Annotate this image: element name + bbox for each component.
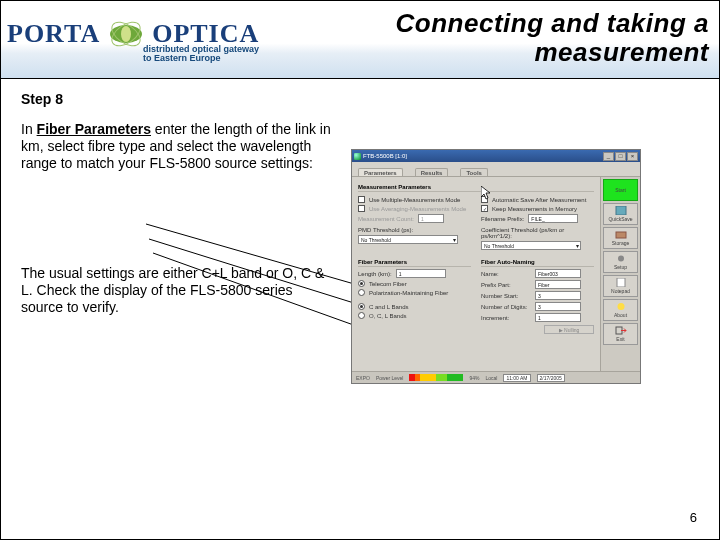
- status-power-label: Power Level: [376, 375, 404, 381]
- briefcase-icon: [615, 230, 627, 239]
- maximize-button[interactable]: □: [615, 152, 626, 161]
- button-nulling[interactable]: ▶ Nulling: [544, 325, 594, 334]
- page-number: 6: [690, 510, 697, 525]
- section-measurement-params: Measurement Parameters: [358, 184, 594, 192]
- field-length[interactable]: 1: [396, 269, 446, 278]
- slide-title: Connecting and taking a measurement: [396, 9, 709, 67]
- instruction-paragraph-1: In Fiber Parameters enter the length of …: [21, 121, 331, 171]
- status-expo: EXPO: [356, 375, 370, 381]
- sidebar-about-button[interactable]: About: [603, 299, 638, 321]
- sidebar-setup-button[interactable]: Setup: [603, 251, 638, 273]
- tab-parameters[interactable]: Parameters: [358, 168, 403, 176]
- sidebar-start-button[interactable]: Start: [603, 179, 638, 201]
- sidebar-quicksave-button[interactable]: QuickSave: [603, 203, 638, 225]
- status-power-pct: 94%: [469, 375, 479, 381]
- app-window: FTB-5500B [1:0] _ □ × Parameters Results…: [351, 149, 641, 384]
- label-pmd-threshold: PMD Threshold (ps):: [358, 227, 413, 233]
- svg-rect-7: [616, 206, 626, 215]
- power-meter: [409, 374, 463, 381]
- svg-point-9: [618, 256, 624, 262]
- svg-rect-8: [616, 232, 626, 238]
- label-ocl-bands: O, C, L Bands: [369, 313, 406, 319]
- step-label: Step 8: [21, 91, 699, 107]
- label-pm-fiber: Polarization-Maintaining Fiber: [369, 290, 448, 296]
- label-prefix: Prefix Part:: [481, 282, 531, 288]
- checkbox-keep-memory[interactable]: ✓: [481, 205, 488, 212]
- radio-cl-bands[interactable]: [358, 303, 365, 310]
- minimize-button[interactable]: _: [603, 152, 614, 161]
- logo-text-a: PORTA: [7, 19, 100, 48]
- label-cl-bands: C and L Bands: [369, 304, 408, 310]
- label-meas-count: Measurement Count:: [358, 216, 414, 222]
- field-name[interactable]: Fiber003: [535, 269, 581, 278]
- status-date: 2/17/2005: [537, 374, 565, 382]
- status-local: Local: [485, 375, 497, 381]
- svg-point-11: [617, 303, 624, 310]
- radio-telecom-fiber[interactable]: [358, 280, 365, 287]
- app-status-bar: EXPO Power Level 94% Local 11:00 AM 2/17…: [352, 371, 640, 383]
- app-tabs: Parameters Results Tools: [352, 164, 640, 177]
- dropdown-coeff-threshold[interactable]: No Threshold: [481, 241, 581, 250]
- section-fiber-params: Fiber Parameters: [358, 259, 471, 267]
- info-icon: [615, 302, 627, 311]
- label-averaging: Use Averaging-Measurements Mode: [369, 206, 466, 212]
- cursor-icon: [481, 186, 491, 200]
- tab-results[interactable]: Results: [415, 168, 449, 176]
- label-coeff-threshold: Coefficient Threshold (ps/km or ps/km^1/…: [481, 227, 594, 239]
- label-increment: Increment:: [481, 315, 531, 321]
- tab-tools[interactable]: Tools: [460, 168, 488, 176]
- checkbox-multi-mode[interactable]: [358, 196, 365, 203]
- field-filename-prefix[interactable]: FILE_: [528, 214, 578, 223]
- label-multi-mode: Use Multiple-Measurements Mode: [369, 197, 460, 203]
- field-meas-count[interactable]: 1: [418, 214, 444, 223]
- app-icon: [354, 153, 361, 160]
- sidebar-notepad-button[interactable]: Notepad: [603, 275, 638, 297]
- app-title: FTB-5500B [1:0]: [363, 153, 407, 159]
- floppy-icon: [615, 206, 627, 215]
- sidebar-exit-button[interactable]: Exit: [603, 323, 638, 345]
- status-time: 11:00 AM: [503, 374, 530, 382]
- label-name: Name:: [481, 271, 531, 277]
- svg-point-3: [121, 26, 131, 42]
- app-title-bar: FTB-5500B [1:0] _ □ ×: [352, 150, 640, 162]
- dropdown-pmd-threshold[interactable]: No Threshold: [358, 235, 458, 244]
- checkbox-averaging[interactable]: [358, 205, 365, 212]
- close-button[interactable]: ×: [627, 152, 638, 161]
- label-filename-prefix: Filename Prefix:: [481, 216, 524, 222]
- exit-icon: [615, 326, 627, 335]
- sidebar-storage-button[interactable]: Storage: [603, 227, 638, 249]
- radio-ocl-bands[interactable]: [358, 312, 365, 319]
- radio-pm-fiber[interactable]: [358, 289, 365, 296]
- label-numstart: Number Start:: [481, 293, 531, 299]
- field-numdigits[interactable]: 3: [535, 302, 581, 311]
- field-numstart[interactable]: 3: [535, 291, 581, 300]
- label-autosave: Automatic Save After Measurement: [492, 197, 586, 203]
- slide-header: PORTA OPTICA distributed optical gateway…: [1, 1, 719, 79]
- field-increment[interactable]: 1: [535, 313, 581, 322]
- svg-rect-10: [617, 278, 625, 287]
- brand-tagline: distributed optical gateway to Eastern E…: [143, 45, 259, 64]
- instruction-paragraph-2: The usual settings are either C+L band o…: [21, 265, 331, 315]
- label-telecom-fiber: Telecom Fiber: [369, 281, 407, 287]
- field-prefix[interactable]: Fiber: [535, 280, 581, 289]
- notepad-icon: [615, 278, 627, 287]
- label-keep-memory: Keep Measurements in Memory: [492, 206, 577, 212]
- lens-icon: [108, 17, 144, 51]
- label-numdigits: Number of Digits:: [481, 304, 531, 310]
- label-length: Length (km):: [358, 271, 392, 277]
- section-fiber-auto-naming: Fiber Auto-Naming: [481, 259, 594, 267]
- gear-icon: [615, 254, 627, 263]
- app-sidebar: Start QuickSave Storage Setup Notepad Ab…: [600, 177, 640, 383]
